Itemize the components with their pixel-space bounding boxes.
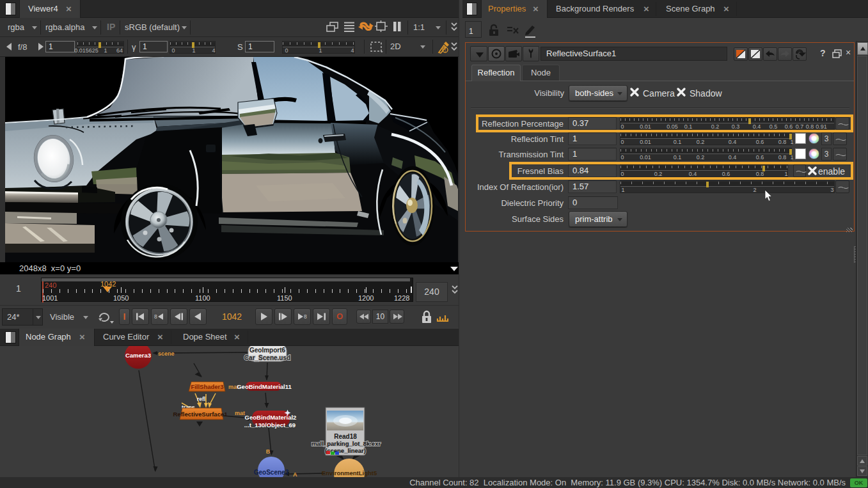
svg-text:GeoScene3: GeoScene3 (254, 469, 289, 476)
svg-text:B: B (266, 448, 271, 455)
svg-text:FillShader3: FillShader3 (191, 383, 223, 390)
svg-text:mat: mat (235, 410, 245, 416)
svg-text:Read18: Read18 (334, 433, 357, 440)
svg-text:scene: scene (158, 350, 175, 357)
svg-text:GeoBindMaterial11: GeoBindMaterial11 (237, 383, 292, 390)
svg-text:8: 8 (154, 313, 157, 320)
svg-text:refl: refl (197, 396, 205, 402)
svg-text:A: A (293, 471, 297, 477)
svg-text:mall_parking_lot_8k.exr: mall_parking_lot_8k.exr (312, 440, 381, 447)
svg-text:GeoBindMaterial2: GeoBindMaterial2 (245, 414, 297, 421)
svg-text:ReflectiveSurface1: ReflectiveSurface1 (173, 411, 228, 418)
svg-text:EnvironmentLight5: EnvironmentLight5 (322, 469, 377, 476)
svg-text:8: 8 (304, 313, 307, 320)
svg-text:GeoImport6: GeoImport6 (249, 347, 286, 354)
svg-text:!: ! (445, 48, 446, 52)
svg-text:Camera3: Camera3 (125, 352, 151, 359)
svg-text:...t_130/Object_69: ...t_130/Object_69 (244, 421, 296, 429)
svg-text:Car_Scene.usd: Car_Scene.usd (244, 354, 290, 361)
